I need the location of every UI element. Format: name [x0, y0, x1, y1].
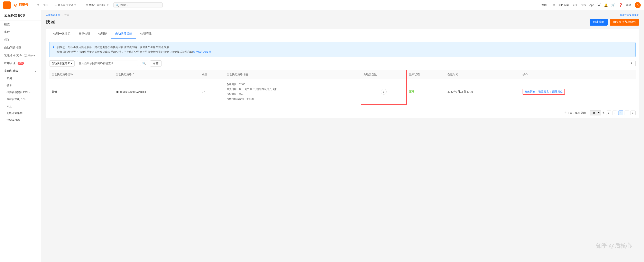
tag-icon[interactable]: 🏷	[202, 90, 205, 93]
images-label: 镜像	[6, 84, 12, 87]
actions-wrap: 修改策略 | 设置云盘 | 删除策略	[522, 89, 565, 95]
tab-snapshot-chain[interactable]: 快照链	[94, 29, 111, 39]
events-label: 事件	[4, 30, 10, 34]
price-link[interactable]: 块存储价格页面	[193, 50, 212, 53]
bell-icon[interactable]: 🔔	[604, 3, 608, 7]
th-detail: 自动快照策略详情	[224, 70, 361, 79]
search-icon: 🔍	[116, 4, 119, 7]
current-page-button[interactable]: 1	[618, 111, 623, 115]
tab-disk-snapshot[interactable]: 云盘快照	[74, 29, 94, 39]
sidebar-item-cloud-box[interactable]: 云盒	[0, 103, 41, 110]
sidebar-section-instances[interactable]: 实例与镜像 ▲	[0, 67, 41, 75]
logo[interactable]: ⊙ 阿里云	[14, 3, 28, 8]
enterprise-link[interactable]: 企业	[572, 3, 578, 7]
cell-tags[interactable]: 🏷	[199, 79, 224, 105]
tags-label: 标签	[4, 38, 10, 42]
sidebar-item-reserved[interactable]: 预留实例券	[0, 117, 41, 124]
prev-page-button[interactable]: ‹	[612, 111, 617, 115]
help-icon[interactable]: ❓	[619, 3, 623, 7]
modify-policy-link[interactable]: 修改策略	[524, 90, 535, 94]
detail-cross: 快照跨地域复制：未启用	[227, 97, 358, 102]
fee-link[interactable]: 费用	[541, 3, 547, 7]
search-box: 🔍	[114, 3, 162, 8]
sidebar-item-supercompute[interactable]: 超级计算集群	[0, 110, 41, 117]
tab-consistency-group[interactable]: 快照一致性组	[49, 29, 74, 39]
sidebar-item-tags[interactable]: 标签	[0, 36, 41, 44]
delete-policy-link[interactable]: 删除策略	[552, 90, 563, 94]
sidebar-item-troubleshoot[interactable]: 自助问题排查	[0, 44, 41, 52]
region-label: 华东1（杭州）	[89, 3, 106, 7]
cell-linked-disks: 1	[361, 79, 406, 105]
th-created-time: 创建时间	[445, 70, 520, 79]
detail-repeat: 重复日期：周一,周二,周三,周四,周五,周六,周日	[227, 87, 358, 92]
ticket-link[interactable]: 工单	[550, 3, 555, 7]
icp-link[interactable]: ICP 备案	[558, 3, 569, 7]
page-header: 快照 创建策略 购买预付费存储包	[46, 19, 639, 26]
next-page-button[interactable]: ›	[624, 111, 629, 115]
detail-retention: 保留时间：15天	[227, 92, 358, 97]
search-input[interactable]	[120, 4, 160, 7]
first-page-button[interactable]: «	[606, 111, 611, 115]
refresh-icon: ↻	[631, 62, 633, 65]
sidebar-item-ddh[interactable]: 专有宿主机 DDH	[0, 96, 41, 103]
divider	[32, 3, 32, 7]
sidebar-item-cloud-assistant[interactable]: 发送命令/文件（云助手）	[0, 52, 41, 59]
sidebar-item-app-management[interactable]: 应用管理 NEW	[0, 59, 41, 67]
info-text: • 如果您计划不再使用快照服务，建议您删除所有快照和自动快照策略，以避免产生相关…	[56, 45, 214, 55]
account-label: 账号全部资源	[58, 3, 74, 7]
disk-count-badge[interactable]: 1	[381, 89, 386, 95]
menu-button[interactable]: ☰	[3, 2, 11, 9]
filter-search-button[interactable]: 🔍	[140, 61, 148, 66]
chevron-down-icon: ▾	[74, 4, 76, 7]
workbench-icon: ⊞	[37, 4, 39, 7]
filter-input[interactable]	[79, 62, 136, 65]
refresh-button[interactable]: ↻	[629, 61, 636, 66]
top-navigation: ☰ ⊙ 阿里云 ⊞ 工作台 ☰ 账号全部资源 ▾ ◎ 华东1（杭州） ▾ 🔍 费…	[0, 0, 644, 10]
action-divider-1: |	[536, 90, 537, 93]
page-header-actions: 创建策略 购买预付费存储包	[590, 19, 639, 26]
buy-storage-button[interactable]: 购买预付费存储包	[610, 19, 639, 26]
detail-create-time: 创建时间：02:00	[227, 82, 358, 87]
sidebar-item-eci[interactable]: 弹性容器实例 ECI ↗	[0, 89, 41, 96]
th-id: 自动快照策略ID	[113, 70, 199, 79]
filter-tag-button[interactable]: 标签	[150, 60, 162, 67]
reserved-label: 预留实例券	[6, 119, 20, 122]
filter-type-select[interactable]: 自动快照策略ID ▾	[49, 60, 74, 67]
logo-icon: ⊙	[14, 3, 18, 8]
page-title: 快照	[46, 19, 55, 25]
pagination-total: 共 1 条，每页显示：	[564, 111, 588, 115]
breadcrumb-separator: /	[62, 14, 63, 17]
sidebar-item-events[interactable]: 事件	[0, 28, 41, 36]
cart-icon[interactable]: 🛒	[611, 3, 616, 7]
support-link[interactable]: 支持	[581, 3, 586, 7]
sidebar-item-overview[interactable]: 概览	[0, 21, 41, 28]
sidebar: 云服务器 ECS 概览 事件 标签 自助问题排查 发送命令/文件（云助手） 应用…	[0, 10, 41, 262]
hamburger-icon: ☰	[5, 3, 8, 7]
breadcrumb-ecs[interactable]: 云服务器 ECS	[46, 14, 61, 17]
tab-auto-policy[interactable]: 自动快照策略	[111, 29, 136, 39]
lang-label[interactable]: 简体	[626, 3, 631, 7]
instances-section-label: 实例与镜像	[4, 69, 18, 73]
info-icon: ℹ	[53, 45, 54, 55]
avatar[interactable]: A	[634, 2, 641, 8]
app-link[interactable]: App	[590, 4, 594, 7]
region-selector[interactable]: ◎ 华东1（杭州） ▾	[84, 3, 110, 8]
cloud-assistant-label: 发送命令/文件（云助手）	[4, 54, 36, 57]
cell-status: 正常	[406, 79, 445, 105]
image-icon[interactable]: 🖼	[598, 3, 601, 7]
cloud-box-label: 云盒	[6, 105, 12, 108]
new-badge: NEW	[18, 62, 24, 65]
sidebar-item-instances[interactable]: 实例	[0, 75, 41, 82]
create-policy-button[interactable]: 创建策略	[590, 19, 608, 26]
logo-text: 阿里云	[18, 3, 28, 7]
workbench-link[interactable]: ⊞ 工作台	[35, 3, 50, 8]
last-page-button[interactable]: »	[630, 111, 636, 115]
sidebar-item-images[interactable]: 镜像	[0, 82, 41, 89]
tab-snapshot-capacity[interactable]: 快照容量	[136, 29, 156, 39]
account-menu[interactable]: ☰ 账号全部资源 ▾	[53, 3, 78, 8]
help-link[interactable]: 自动快照策略说明	[620, 14, 639, 17]
page-size-select[interactable]: 2050100	[590, 110, 601, 115]
cell-created-time: 2022年3月18日 10:35	[445, 79, 520, 105]
set-disk-link[interactable]: 设置云盘	[538, 90, 549, 94]
pagination-unit: 条	[602, 111, 605, 115]
